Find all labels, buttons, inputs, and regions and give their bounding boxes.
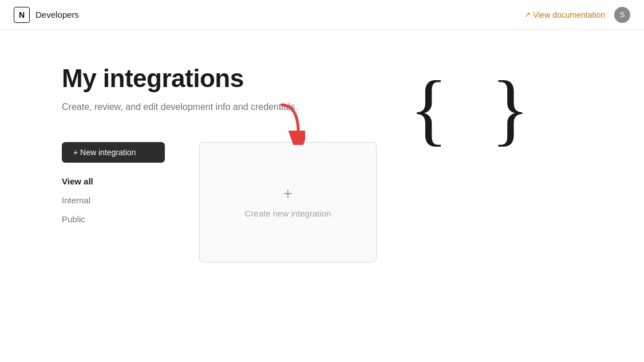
integration-panel: + Create new integration: [199, 142, 377, 262]
user-avatar[interactable]: S: [614, 7, 630, 23]
header-right: ↗ View documentation S: [524, 7, 630, 23]
header-title: Developers: [35, 10, 79, 19]
page-title: My integrations: [62, 64, 582, 93]
page-subtitle: Create, review, and edit development inf…: [62, 100, 302, 115]
external-link-icon: ↗: [524, 10, 531, 19]
sidebar: + New integration View all Internal Publ…: [62, 142, 165, 226]
red-arrow-icon: [271, 102, 305, 145]
nav-item-public[interactable]: Public: [62, 212, 165, 226]
view-documentation-link[interactable]: ↗ View documentation: [524, 10, 605, 19]
header-left: N Developers: [14, 7, 79, 23]
nav-item-internal[interactable]: Internal: [62, 193, 165, 207]
nav-view-all[interactable]: View all: [62, 174, 165, 188]
create-new-integration-card[interactable]: + Create new integration: [199, 142, 377, 262]
create-card-label: Create new integration: [245, 208, 331, 218]
notion-logo-icon: N: [14, 7, 30, 23]
plus-icon: +: [283, 186, 293, 202]
main-content: { } My integrations Create, review, and …: [0, 30, 644, 285]
content-row: + New integration View all Internal Publ…: [62, 142, 582, 262]
header: N Developers ↗ View documentation S: [0, 0, 644, 30]
arrow-pointer: [271, 102, 305, 145]
new-integration-button[interactable]: + New integration: [62, 142, 165, 163]
